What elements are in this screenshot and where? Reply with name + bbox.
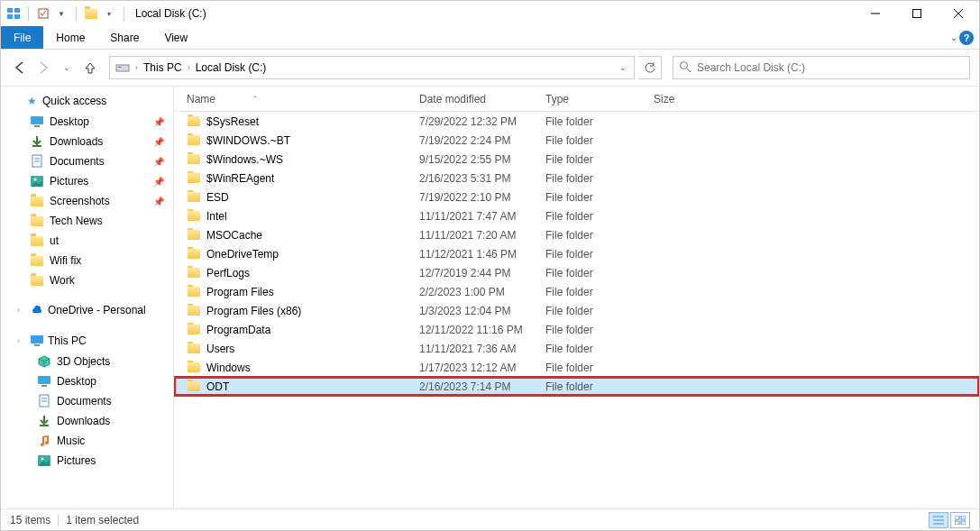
file-date: 11/11/2021 7:20 AM: [419, 229, 545, 242]
file-name: MSOCache: [206, 229, 262, 242]
sidebar-item[interactable]: Pictures: [1, 451, 173, 471]
file-type: File folder: [545, 324, 654, 336]
sidebar-quick-access[interactable]: ★ Quick access: [1, 90, 173, 112]
sidebar-item[interactable]: Documents📌: [1, 151, 173, 171]
chevron-right-icon[interactable]: ›: [186, 63, 192, 72]
qat-properties-icon[interactable]: [36, 6, 50, 21]
sidebar-item[interactable]: Desktop: [1, 371, 173, 391]
large-icons-view-button[interactable]: [950, 512, 970, 528]
chevron-right-icon[interactable]: ›: [133, 63, 140, 72]
caret-right-icon[interactable]: ›: [17, 306, 26, 315]
svg-rect-9: [116, 65, 129, 71]
column-size[interactable]: Size: [654, 93, 726, 105]
column-headers: Name⌃ Date modified Type Size: [174, 87, 979, 112]
back-button[interactable]: [10, 58, 30, 78]
file-row[interactable]: Program Files2/2/2023 1:00 PMFile folder: [174, 282, 979, 301]
file-row[interactable]: ProgramData12/11/2022 11:16 PMFile folde…: [174, 320, 979, 339]
search-box[interactable]: [673, 56, 970, 79]
sidebar-this-pc[interactable]: › This PC: [1, 330, 173, 352]
folder-icon: [187, 209, 201, 224]
file-row[interactable]: OneDriveTemp11/12/2021 1:46 PMFile folde…: [174, 244, 979, 263]
svg-point-20: [34, 179, 37, 181]
file-row[interactable]: Users11/11/2021 7:36 AMFile folder: [174, 339, 979, 358]
sidebar-item[interactable]: Wifi fix: [1, 251, 173, 270]
up-button[interactable]: [80, 58, 100, 78]
svg-rect-14: [34, 125, 40, 127]
file-date: 1/17/2023 12:12 AM: [419, 362, 545, 374]
tab-home[interactable]: Home: [43, 26, 97, 49]
file-type: File folder: [545, 134, 654, 147]
search-icon: [679, 60, 691, 76]
svg-point-30: [41, 458, 44, 461]
file-type: File folder: [545, 343, 654, 355]
sidebar-onedrive[interactable]: › OneDrive - Personal: [1, 299, 173, 321]
file-row[interactable]: Intel11/11/2021 7:47 AMFile folder: [174, 206, 979, 225]
sidebar-item[interactable]: Desktop📌: [1, 112, 173, 132]
breadcrumb-local-disk[interactable]: Local Disk (C:): [192, 57, 270, 78]
column-name[interactable]: Name⌃: [187, 93, 419, 105]
drive-icon[interactable]: [112, 57, 133, 78]
folder-icon: [187, 247, 201, 261]
sidebar-item[interactable]: Work: [1, 270, 173, 290]
column-date[interactable]: Date modified: [419, 93, 545, 105]
refresh-button[interactable]: [638, 56, 662, 79]
file-date: 9/15/2022 2:55 PM: [419, 153, 545, 166]
app-icon: [6, 6, 21, 21]
forward-button[interactable]: [33, 58, 53, 78]
minimize-button[interactable]: [855, 1, 896, 26]
folder-icon: [187, 323, 201, 337]
tab-view[interactable]: View: [151, 26, 200, 49]
search-input[interactable]: [697, 61, 969, 74]
file-row[interactable]: PerfLogs12/7/2019 2:44 PMFile folder: [174, 263, 979, 282]
svg-rect-22: [34, 344, 40, 346]
folder-icon: [30, 273, 44, 288]
expand-ribbon-icon[interactable]: ⌄: [950, 32, 957, 42]
file-row[interactable]: $Windows.~WS9/15/2022 2:55 PMFile folder: [174, 150, 979, 169]
tab-share[interactable]: Share: [97, 26, 151, 49]
sidebar-item[interactable]: Pictures📌: [1, 171, 173, 191]
sidebar-item[interactable]: Music: [1, 431, 173, 451]
file-type: File folder: [545, 191, 654, 204]
file-row[interactable]: $SysReset7/29/2022 12:32 PMFile folder: [174, 112, 979, 131]
address-bar[interactable]: › This PC › Local Disk (C:) ⌄: [109, 56, 635, 79]
sidebar-item[interactable]: ut: [1, 231, 173, 251]
close-button[interactable]: [938, 1, 979, 26]
sidebar-item[interactable]: Tech News: [1, 211, 173, 231]
folder-icon: [30, 214, 44, 228]
file-type: File folder: [545, 380, 654, 393]
file-name: Windows: [206, 362, 251, 374]
file-row[interactable]: $WINDOWS.~BT7/19/2022 2:24 PMFile folder: [174, 131, 979, 150]
folder-icon: [30, 134, 44, 149]
sidebar-item[interactable]: Documents: [1, 391, 173, 411]
recent-locations-button[interactable]: ⌄: [57, 58, 77, 78]
sidebar-item[interactable]: 3D Objects: [1, 352, 173, 371]
file-row[interactable]: $WinREAgent2/16/2023 5:31 PMFile folder: [174, 169, 979, 188]
file-row[interactable]: Windows1/17/2023 12:12 AMFile folder: [174, 358, 979, 377]
file-row[interactable]: Program Files (x86)1/3/2023 12:04 PMFile…: [174, 301, 979, 320]
titlebar: ▼ ▾ Local Disk (C:): [1, 1, 979, 26]
address-history-button[interactable]: ⌄: [612, 63, 634, 72]
file-type: File folder: [545, 286, 654, 298]
sidebar-item[interactable]: Downloads📌: [1, 132, 173, 151]
qat-dropdown-icon[interactable]: ▼: [54, 6, 69, 21]
sidebar-item[interactable]: Screenshots📌: [1, 191, 173, 211]
help-icon[interactable]: ?: [959, 31, 974, 45]
breadcrumb-this-pc[interactable]: This PC: [140, 57, 186, 78]
sidebar-item[interactable]: Downloads: [1, 411, 173, 431]
caret-right-icon[interactable]: ›: [17, 336, 26, 345]
file-name: ProgramData: [206, 324, 270, 336]
file-row[interactable]: ODT2/16/2023 7:14 PMFile folder: [174, 377, 979, 396]
tab-file[interactable]: File: [1, 26, 43, 49]
nav-toolbar: ⌄ › This PC › Local Disk (C:) ⌄: [1, 50, 979, 86]
sidebar-item-label: Documents: [50, 155, 105, 168]
maximize-button[interactable]: [896, 1, 938, 26]
file-row[interactable]: ESD7/19/2022 2:10 PMFile folder: [174, 188, 979, 206]
file-row[interactable]: MSOCache11/11/2021 7:20 AMFile folder: [174, 225, 979, 244]
customize-qat-icon[interactable]: ▾: [102, 6, 116, 21]
column-type[interactable]: Type: [545, 93, 654, 105]
svg-rect-2: [7, 14, 13, 19]
window-title: Local Disk (C:): [135, 7, 206, 20]
details-view-button[interactable]: [929, 512, 948, 528]
sort-asc-icon: ⌃: [252, 95, 259, 104]
sidebar-item-label: Music: [57, 435, 85, 447]
